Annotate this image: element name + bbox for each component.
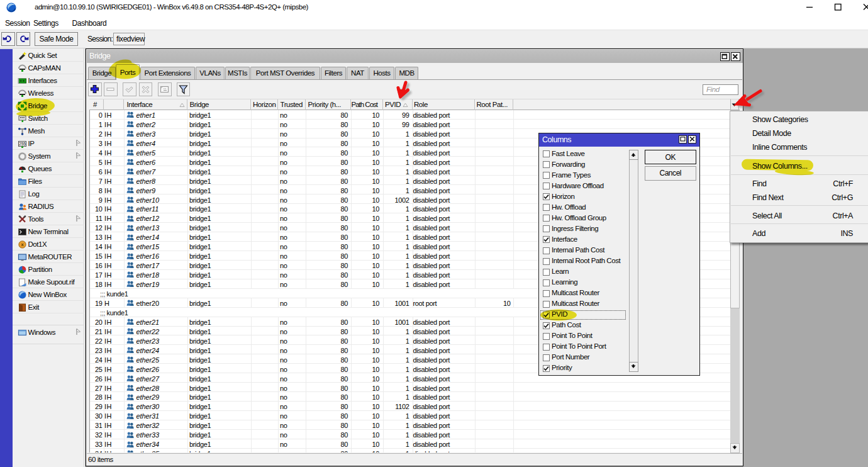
svg-text:255: 255 <box>19 142 26 146</box>
